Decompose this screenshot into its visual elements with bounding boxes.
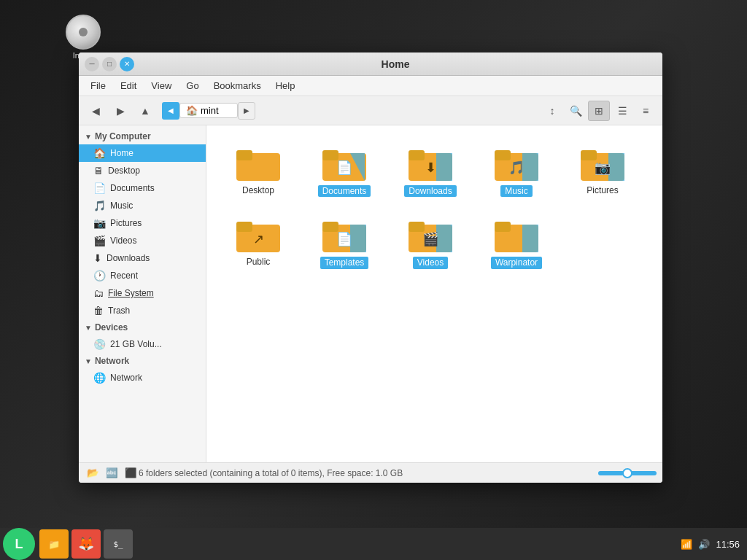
- location-bar: ◀ 🏠 mint ▶: [162, 102, 535, 120]
- music-icon: 🎵: [93, 200, 106, 211]
- sidebar-item-trash[interactable]: 🗑 Trash: [79, 302, 206, 319]
- sidebar-item-videos[interactable]: 🎬 Videos: [79, 232, 206, 249]
- statusbar-folder-button[interactable]: 📂: [85, 465, 101, 481]
- folder-downloads[interactable]: ⬇ Downloads: [390, 137, 471, 203]
- sidebar-item-downloads[interactable]: ⬇ Downloads: [79, 249, 206, 267]
- downloads-icon: ⬇: [93, 252, 102, 264]
- sidebar-item-label-pictures: Pictures: [110, 218, 142, 228]
- titlebar: ─ □ ✕ Home: [79, 52, 662, 76]
- folder-videos[interactable]: 🎬 Videos: [390, 209, 471, 274]
- folder-documents[interactable]: 📄 Documents: [304, 137, 384, 203]
- network-status-icon: 📶: [681, 539, 692, 550]
- folder-downloads-icon: ⬇: [407, 143, 454, 182]
- folder-pictures-icon: 📷: [579, 143, 626, 182]
- menu-file[interactable]: File: [85, 79, 112, 93]
- folder-music[interactable]: 🎵 Music: [476, 137, 557, 203]
- desktop: Install ─ □ ✕ Home File Edit View Go Boo…: [0, 0, 747, 560]
- forward-button[interactable]: ▶: [109, 101, 131, 121]
- folder-warpinator[interactable]: Warpinator: [476, 209, 557, 274]
- sidebar-section-network[interactable]: ▼ Network: [79, 353, 206, 369]
- taskbar-right: 📶 🔊 11:56: [681, 539, 747, 550]
- statusbar: 📂 🔤 ⬛ 6 folders selected (containing a t…: [79, 462, 662, 483]
- menu-edit[interactable]: Edit: [115, 79, 142, 93]
- statusbar-panel-button[interactable]: ⬛: [123, 465, 139, 481]
- cd-center: [79, 28, 88, 36]
- sidebar-item-music[interactable]: 🎵 Music: [79, 197, 206, 214]
- back-button[interactable]: ◀: [85, 101, 107, 121]
- main-content: ▼ My Computer 🏠 Home 🖥 Desktop 📄 Documen…: [79, 125, 662, 462]
- svg-text:↗: ↗: [253, 232, 264, 246]
- menu-view[interactable]: View: [145, 79, 177, 93]
- pictures-icon: 📷: [93, 217, 106, 229]
- sidebar-item-pictures[interactable]: 📷 Pictures: [79, 214, 206, 232]
- view-compact-button[interactable]: ≡: [635, 101, 657, 121]
- folder-public[interactable]: ↗ Public: [218, 209, 298, 274]
- svg-rect-8: [409, 150, 425, 160]
- sidebar-section-my-computer[interactable]: ▼ My Computer: [79, 128, 206, 144]
- statusbar-right: [598, 471, 657, 475]
- firefox-icon: 🦊: [78, 536, 94, 552]
- terminal-icon: $_: [113, 540, 123, 549]
- toolbar-right: ↕ 🔍 ⊞ ☰ ≡: [541, 101, 657, 121]
- menu-help[interactable]: Help: [270, 79, 301, 93]
- folder-templates[interactable]: 📄 Templates: [304, 209, 384, 274]
- svg-marker-32: [522, 225, 538, 252]
- sidebar-item-network[interactable]: 🌐 Network: [79, 369, 206, 386]
- toggle-view-button[interactable]: ↕: [541, 101, 563, 121]
- minimize-button[interactable]: ─: [85, 57, 99, 71]
- location-prev-button[interactable]: ◀: [162, 102, 179, 120]
- location-home-icon: 🏠: [186, 105, 198, 116]
- up-button[interactable]: ▲: [134, 101, 156, 121]
- sidebar-item-label-documents: Documents: [110, 183, 155, 193]
- taskbar: L 📁 🦊 $_ 📶 🔊 11:56: [0, 528, 747, 560]
- sidebar-item-volume[interactable]: 💿 21 GB Volu...: [79, 335, 206, 353]
- sidebar-item-label-downloads: Downloads: [107, 253, 150, 263]
- sidebar-item-recent[interactable]: 🕐 Recent: [79, 267, 206, 284]
- svg-rect-31: [495, 222, 511, 232]
- taskbar-left: L 📁 🦊 $_: [0, 528, 134, 560]
- location-text: mint: [201, 105, 219, 116]
- cd-icon: [66, 15, 101, 50]
- svg-rect-16: [581, 150, 597, 160]
- folder-pictures[interactable]: 📷 Pictures: [562, 137, 643, 203]
- sidebar-item-label-desktop: Desktop: [108, 166, 140, 176]
- sidebar-item-label-trash: Trash: [108, 306, 130, 316]
- statusbar-sort-button[interactable]: 🔤: [104, 465, 120, 481]
- sidebar-section-label-network: Network: [95, 356, 129, 366]
- folder-desktop-label: Desktop: [242, 185, 274, 195]
- volume-icon-taskbar: 🔊: [698, 539, 710, 550]
- svg-text:🎬: 🎬: [422, 231, 439, 247]
- documents-icon: 📄: [93, 182, 106, 194]
- sidebar-section-devices[interactable]: ▼ Devices: [79, 319, 206, 335]
- clock: 11:56: [716, 539, 740, 550]
- view-grid-button[interactable]: ⊞: [588, 101, 610, 121]
- taskbar-files-button[interactable]: 📁: [39, 529, 69, 559]
- svg-rect-12: [495, 150, 511, 160]
- sidebar-item-documents[interactable]: 📄 Documents: [79, 179, 206, 197]
- zoom-slider[interactable]: [598, 471, 657, 475]
- svg-text:📄: 📄: [336, 160, 353, 176]
- sidebar-item-desktop[interactable]: 🖥 Desktop: [79, 162, 206, 179]
- sidebar: ▼ My Computer 🏠 Home 🖥 Desktop 📄 Documen…: [79, 125, 206, 462]
- sidebar-item-label-videos: Videos: [110, 236, 136, 246]
- sidebar-item-home[interactable]: 🏠 Home: [79, 144, 206, 162]
- taskbar-firefox-button[interactable]: 🦊: [71, 529, 101, 559]
- maximize-button[interactable]: □: [102, 57, 117, 71]
- search-button[interactable]: 🔍: [565, 101, 587, 121]
- folder-warpinator-icon: [493, 214, 540, 254]
- svg-text:📷: 📷: [595, 160, 611, 176]
- start-button[interactable]: L: [3, 528, 35, 560]
- sidebar-item-label-music: Music: [110, 201, 133, 211]
- sidebar-item-filesystem[interactable]: 🗂 File System: [79, 284, 206, 302]
- taskbar-terminal-button[interactable]: $_: [104, 529, 133, 559]
- close-button[interactable]: ✕: [120, 57, 134, 71]
- view-list-button[interactable]: ☰: [611, 101, 633, 121]
- menu-go[interactable]: Go: [180, 79, 204, 93]
- menu-bookmarks[interactable]: Bookmarks: [208, 79, 267, 93]
- location-next-button[interactable]: ▶: [238, 102, 255, 120]
- location-entry[interactable]: 🏠 mint: [179, 103, 238, 118]
- folder-documents-label: Documents: [318, 185, 371, 197]
- sidebar-item-label-recent: Recent: [110, 271, 138, 281]
- folder-desktop[interactable]: Desktop: [218, 137, 298, 203]
- svg-marker-13: [522, 153, 538, 181]
